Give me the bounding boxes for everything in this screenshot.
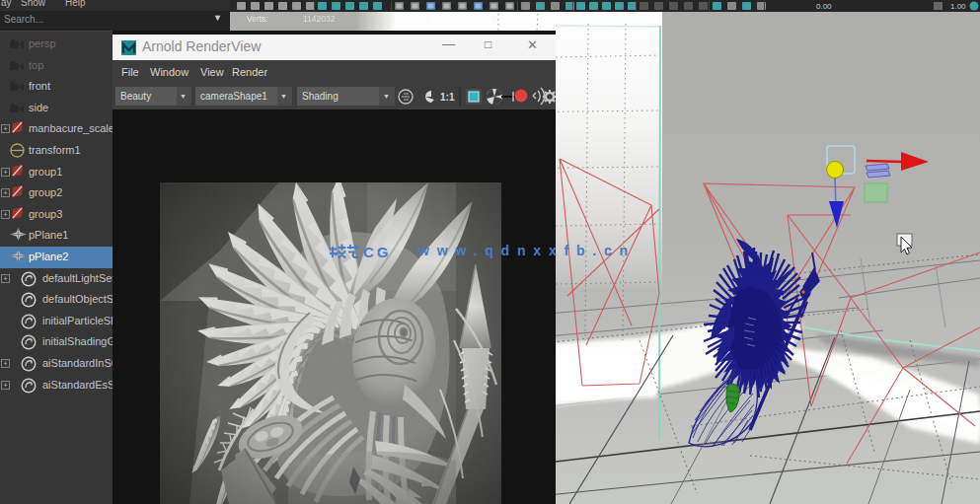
svg-text:1:1: 1:1 <box>440 92 455 103</box>
svg-text:CG: CG <box>363 244 392 260</box>
svg-text:0.00: 0.00 <box>816 2 832 11</box>
svg-text:1142032: 1142032 <box>303 14 336 24</box>
svg-text:1.00: 1.00 <box>950 2 966 11</box>
svg-text:Verts:: Verts: <box>247 14 268 24</box>
svg-text:8: 8 <box>492 14 497 24</box>
svg-text:4: 4 <box>425 14 430 24</box>
